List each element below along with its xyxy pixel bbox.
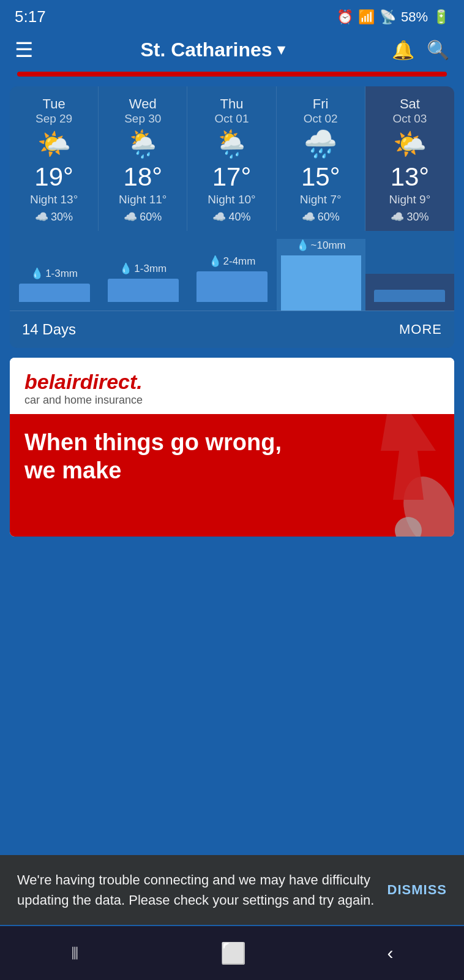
status-bar: 5:17 ⏰ 📶 📡 58% 🔋	[0, 0, 464, 31]
battery-text: 58%	[401, 9, 428, 25]
temp-high-thu: 17°	[192, 162, 271, 192]
toast-message: We're having trouble connecting and we m…	[17, 870, 375, 910]
bell-icon[interactable]: 🔔	[392, 39, 414, 61]
forecast-day-thu: Thu Oct 01 🌦️ 17° Night 10° ☁️ 40%	[187, 86, 276, 231]
header: ☰ St. Catharines ▾ 🔔 🔍	[0, 31, 464, 72]
temp-night-tue: Night 13°	[15, 193, 93, 206]
day-date-fri: Oct 02	[282, 112, 360, 126]
day-name-thu: Thu	[192, 96, 271, 112]
search-icon[interactable]: 🔍	[427, 39, 449, 61]
alarm-icon: ⏰	[337, 9, 353, 25]
wifi-icon: 📶	[358, 9, 375, 25]
bar-tue	[19, 284, 90, 302]
city-selector[interactable]: St. Catharines ▾	[140, 39, 284, 61]
ad-headline: When things go wrong, we make	[24, 429, 294, 484]
day-date-tue: Sep 29	[15, 112, 93, 126]
day-date-sat: Oct 03	[370, 112, 449, 126]
forecast-day-fri: Fri Oct 02 🌧️ 15° Night 7° ☁️ 60%	[277, 86, 365, 231]
forecast-day-tue: Tue Sep 29 🌤️ 19° Night 13° ☁️ 30%	[10, 86, 99, 231]
cloud-icon-tue: ☁️	[35, 210, 48, 224]
temp-night-fri: Night 7°	[282, 193, 360, 206]
forecast-grid: Tue Sep 29 🌤️ 19° Night 13° ☁️ 30% Wed S…	[10, 86, 454, 231]
precip-wed: ☁️ 60%	[103, 210, 182, 224]
temp-high-tue: 19°	[15, 162, 93, 192]
weather-icon-sat: 🌤️	[370, 130, 449, 157]
precip-fri: ☁️ 60%	[282, 210, 360, 224]
accent-bar	[17, 72, 447, 77]
fourteen-days-label[interactable]: 14 Days	[22, 321, 76, 338]
day-name-fri: Fri	[282, 96, 360, 112]
rain-bar-wed: 💧1-3mm	[99, 262, 187, 311]
temp-night-sat: Night 9°	[370, 193, 449, 206]
menu-icon[interactable]: ☰	[15, 37, 33, 62]
rain-bar-fri: 💧~10mm	[277, 239, 365, 311]
rain-bar-sat: —	[365, 274, 454, 311]
bar-sat	[374, 290, 445, 302]
nav-back[interactable]: ‹	[387, 943, 394, 963]
time: 5:17	[15, 7, 46, 26]
precip-pct-fri: 60%	[318, 211, 340, 224]
precip-thu: ☁️ 40%	[192, 210, 271, 224]
weather-icon-thu: 🌦️	[192, 130, 271, 157]
cloud-icon-thu: ☁️	[212, 210, 226, 224]
day-name-wed: Wed	[103, 96, 182, 112]
weather-card: Tue Sep 29 🌤️ 19° Night 13° ☁️ 30% Wed S…	[10, 86, 454, 348]
bar-container-tue	[10, 284, 99, 302]
dismiss-button[interactable]: DISMISS	[387, 882, 447, 898]
precip-pct-wed: 60%	[140, 211, 162, 224]
nav-home[interactable]: ⬜	[220, 941, 246, 965]
bar-fri	[281, 255, 361, 311]
cloud-icon-fri: ☁️	[302, 210, 315, 224]
battery-icon: 🔋	[433, 9, 449, 25]
ad-banner[interactable]: belairdirect. car and home insurance Whe…	[10, 358, 454, 537]
bar-thu	[196, 271, 268, 302]
temp-high-wed: 18°	[103, 162, 182, 192]
day-name-tue: Tue	[15, 96, 93, 112]
precip-tue: ☁️ 30%	[15, 210, 93, 224]
precip-sat: ☁️ 30%	[370, 210, 449, 224]
more-link[interactable]: MORE	[399, 322, 442, 337]
weather-icon-fri: 🌧️	[282, 130, 360, 157]
status-icons: ⏰ 📶 📡 58% 🔋	[337, 9, 449, 25]
forecast-day-sat: Sat Oct 03 🌤️ 13° Night 9° ☁️ 30%	[365, 86, 454, 231]
nav-recent-apps[interactable]: ⦀	[71, 943, 79, 964]
rain-amount-tue: 💧1-3mm	[31, 267, 78, 280]
day-name-sat: Sat	[370, 96, 449, 112]
day-date-thu: Oct 01	[192, 112, 271, 126]
bar-container-sat	[365, 290, 454, 302]
bar-container-thu	[187, 271, 276, 302]
dropdown-icon: ▾	[277, 41, 285, 58]
bar-wed	[108, 279, 179, 302]
cloud-icon-sat: ☁️	[391, 210, 404, 224]
precip-pct-thu: 40%	[228, 211, 250, 224]
fourteen-days-footer: 14 Days MORE	[10, 311, 454, 348]
forecast-day-wed: Wed Sep 30 🌦️ 18° Night 11° ☁️ 60%	[99, 86, 187, 231]
weather-icon-wed: 🌦️	[103, 130, 182, 157]
nav-bar: ⦀ ⬜ ‹	[0, 926, 464, 980]
city-name: St. Catharines	[140, 39, 272, 61]
precip-pct-sat: 30%	[406, 211, 428, 224]
rain-bar-thu: 💧2-4mm	[187, 255, 276, 311]
rain-amount-wed: 💧1-3mm	[119, 262, 167, 275]
bar-container-wed	[99, 279, 187, 302]
day-date-wed: Sep 30	[103, 112, 182, 126]
temp-night-thu: Night 10°	[192, 193, 271, 206]
temp-high-fri: 15°	[282, 162, 360, 192]
precip-pct-tue: 30%	[51, 211, 73, 224]
ad-red-section: When things go wrong, we make	[10, 414, 454, 537]
error-toast: We're having trouble connecting and we m…	[0, 855, 464, 925]
signal-icon: 📡	[380, 9, 396, 25]
header-action-icons: 🔔 🔍	[392, 39, 449, 61]
cloud-icon-wed: ☁️	[124, 210, 137, 224]
temp-high-sat: 13°	[370, 162, 449, 192]
temp-night-wed: Night 11°	[103, 193, 182, 206]
rain-bar-tue: 💧1-3mm	[10, 267, 99, 311]
rain-bars-section: 💧1-3mm 💧1-3mm 💧2-4mm	[10, 231, 454, 311]
ad-brand: belairdirect.	[24, 370, 440, 394]
weather-icon-tue: 🌤️	[15, 130, 93, 157]
bar-container-fri	[277, 255, 365, 311]
rain-amount-fri: 💧~10mm	[296, 239, 346, 252]
rain-amount-thu: 💧2-4mm	[209, 255, 256, 268]
